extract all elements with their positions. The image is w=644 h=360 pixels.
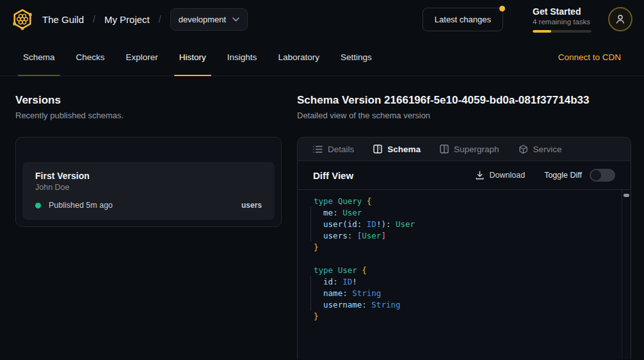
nav-tab-label: Explorer — [126, 52, 158, 62]
get-started-subtitle: 4 remaining tasks — [533, 18, 592, 26]
target-selector-dropdown[interactable]: development — [170, 8, 248, 31]
breadcrumb-project[interactable]: My Project — [104, 14, 150, 25]
nav-tab-label: Schema — [23, 52, 55, 62]
indent-guide — [310, 207, 311, 242]
code-scrollbar-track[interactable] — [622, 190, 631, 359]
versions-column: Versions Recently published schemas. Fir… — [15, 94, 282, 359]
tab-service[interactable]: Service — [519, 145, 562, 154]
tab-details[interactable]: Details — [313, 145, 354, 154]
schema-code[interactable]: type Query { me: User user(id: ID!): Use… — [298, 190, 622, 359]
toggle-diff-switch[interactable] — [590, 169, 615, 182]
service-badge: users — [241, 201, 262, 210]
code-line: type Query { — [314, 196, 615, 207]
code-line: name: String — [314, 288, 615, 299]
chevron-down-icon — [232, 17, 239, 22]
download-label: Download — [490, 171, 526, 180]
nav-tab-settings[interactable]: Settings — [341, 38, 372, 75]
target-selector-value: development — [179, 15, 226, 24]
diff-actions: Download Toggle Diff — [476, 169, 615, 182]
tab-supergraph[interactable]: Supergraph — [440, 145, 499, 154]
versions-list-card: First Version John Doe Published 5m ago … — [15, 137, 282, 227]
main-content: Versions Recently published schemas. Fir… — [0, 76, 644, 359]
link-icon — [543, 52, 553, 62]
tab-label: Service — [533, 145, 562, 154]
breadcrumb-org[interactable]: The Guild — [42, 14, 84, 25]
get-started-widget[interactable]: Get Started 4 remaining tasks — [533, 6, 592, 33]
code-line: me: User — [314, 207, 615, 219]
nav-tab-history[interactable]: History — [179, 38, 206, 75]
connect-to-cdn-label: Connect to CDN — [558, 52, 621, 62]
code-scrollbar-thumb[interactable] — [624, 194, 629, 197]
nav-tab-insights[interactable]: Insights — [227, 38, 257, 75]
list-icon — [313, 145, 323, 153]
download-button[interactable]: Download — [476, 171, 526, 180]
breadcrumb-separator: / — [93, 14, 95, 24]
code-line: users: [User] — [314, 230, 615, 242]
person-icon — [615, 13, 626, 25]
tab-label: Details — [328, 145, 354, 154]
indent-guide — [310, 276, 311, 311]
version-list-item[interactable]: First Version John Doe Published 5m ago … — [22, 162, 275, 220]
nav-tab-label: Laboratory — [278, 52, 319, 62]
nav-tab-schema[interactable]: Schema — [23, 38, 55, 75]
columns-icon — [440, 145, 449, 153]
schema-version-subtitle: Detailed view of the schema version — [297, 111, 631, 120]
nav-tab-label: Settings — [341, 52, 372, 62]
version-meta-row: Published 5m ago users — [35, 201, 262, 210]
code-line: type User { — [314, 265, 615, 276]
code-line: user(id: ID!): User — [314, 219, 615, 230]
code-line: } — [314, 242, 615, 253]
toggle-diff-label: Toggle Diff — [544, 171, 582, 180]
nav-tab-explorer[interactable]: Explorer — [126, 38, 158, 75]
version-status: Published 5m ago — [49, 201, 113, 210]
connect-to-cdn-link[interactable]: Connect to CDN — [543, 52, 621, 62]
tab-label: Schema — [387, 145, 421, 154]
code-line: } — [314, 311, 615, 322]
notification-dot — [499, 6, 505, 12]
get-started-progressbar — [533, 30, 592, 33]
nav-tab-laboratory[interactable]: Laboratory — [278, 38, 319, 75]
versions-title: Versions — [15, 94, 282, 107]
toggle-knob — [591, 170, 601, 180]
tab-schema[interactable]: Schema — [373, 145, 421, 154]
code-line: username: String — [314, 299, 615, 311]
columns-icon — [373, 145, 382, 153]
get-started-title: Get Started — [533, 6, 592, 17]
download-icon — [476, 171, 484, 180]
breadcrumb-separator: / — [159, 14, 161, 24]
versions-subtitle: Recently published schemas. — [15, 111, 282, 120]
schema-code-viewer: type Query { me: User user(id: ID!): Use… — [298, 190, 631, 359]
tab-label: Supergraph — [454, 145, 499, 154]
diff-view-header: Diff View Download Toggle Diff — [298, 161, 631, 190]
nav-tab-label: Checks — [76, 52, 105, 62]
hive-honeycomb-logo-icon[interactable] — [12, 8, 33, 30]
latest-changes-label: Latest changes — [435, 15, 491, 24]
schema-version-title: Schema Version 2166196f-5e10-4059-bd0a-0… — [297, 94, 631, 107]
nav-tab-label: History — [179, 52, 206, 62]
app-header: The Guild / My Project / development Lat… — [0, 0, 644, 38]
version-author: John Doe — [35, 183, 262, 192]
nav-tab-underline — [18, 75, 60, 76]
nav-tab-underline — [174, 75, 211, 76]
cube-icon — [519, 145, 528, 154]
latest-changes-button[interactable]: Latest changes — [423, 8, 503, 31]
get-started-progress-fill — [533, 30, 551, 33]
detail-tabstrip: DetailsSchemaSupergraphService — [298, 137, 631, 161]
published-status-dot — [35, 203, 41, 208]
version-detail-column: Schema Version 2166196f-5e10-4059-bd0a-0… — [297, 94, 631, 359]
primary-nav: SchemaChecksExplorerHistoryInsightsLabor… — [0, 38, 644, 76]
code-line: id: ID! — [314, 276, 615, 288]
user-avatar[interactable] — [608, 7, 632, 31]
nav-tab-label: Insights — [227, 52, 257, 62]
nav-tab-checks[interactable]: Checks — [76, 38, 105, 75]
diff-view-title: Diff View — [313, 170, 353, 181]
schema-detail-panel: DetailsSchemaSupergraphService Diff View… — [297, 137, 631, 359]
code-line — [314, 253, 615, 265]
breadcrumb: The Guild / My Project / — [42, 14, 170, 25]
version-name: First Version — [35, 171, 262, 181]
